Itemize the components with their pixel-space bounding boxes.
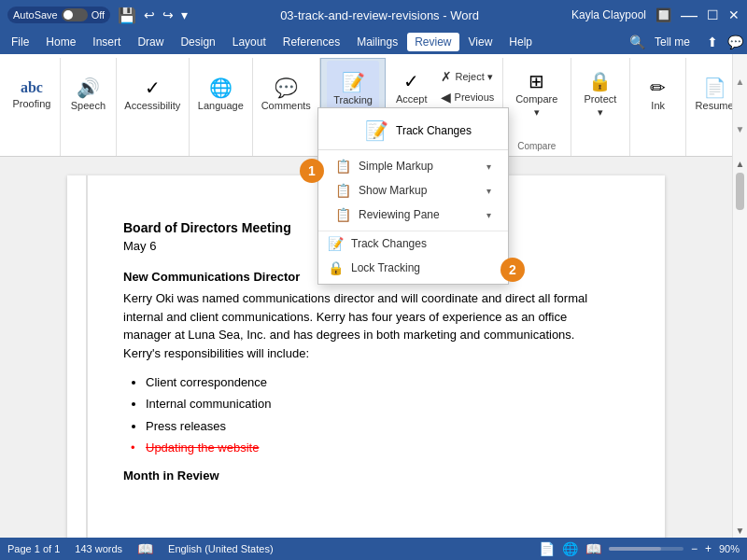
- maximize-icon[interactable]: ☐: [707, 7, 719, 22]
- month-review-heading: Month in Review: [123, 469, 609, 483]
- protect-icon: 🔒: [588, 72, 612, 91]
- protect-button[interactable]: 🔒 Protect ▾: [577, 60, 624, 131]
- menu-draw[interactable]: Draw: [130, 33, 171, 51]
- language-button[interactable]: 🌐 Language: [192, 60, 249, 131]
- scrollbar-thumb[interactable]: [736, 173, 744, 210]
- callout-badge-1: 1: [300, 159, 324, 183]
- accept-icon: ✓: [403, 72, 419, 91]
- zoom-slider[interactable]: [609, 547, 684, 551]
- menu-file[interactable]: File: [4, 33, 36, 51]
- lock-tracking-label: Lock Tracking: [351, 261, 420, 274]
- reviewing-pane-item[interactable]: 📋 Reviewing Pane ▾: [326, 203, 500, 227]
- view-web-icon[interactable]: 🌐: [562, 541, 578, 556]
- word-count: 143 words: [75, 543, 122, 554]
- redo-icon[interactable]: ↪: [162, 7, 174, 22]
- speech-content: 🔊 Speech: [65, 60, 111, 151]
- compare-icon: ⊞: [529, 72, 544, 91]
- track-changes-icon: 📝: [365, 119, 388, 142]
- scroll-up-arrow[interactable]: ▲: [733, 157, 747, 169]
- autosave-toggle-btn[interactable]: [62, 8, 88, 21]
- ribbon-group-ink: ✏ Ink: [630, 58, 686, 156]
- track-changes-btn-label[interactable]: Track Changes: [396, 124, 472, 137]
- paragraph-1: Kerry Oki was named communications direc…: [123, 289, 609, 362]
- restore-icon[interactable]: 🔲: [655, 7, 671, 22]
- accessibility-button[interactable]: ✓ Accessibility: [119, 60, 186, 131]
- show-markup-item[interactable]: 📋 Show Markup ▾: [326, 178, 500, 203]
- ribbon-group-language: 🌐 Language: [190, 58, 253, 156]
- ribbon-group-compare: ⊞ Compare ▾ Compare: [503, 58, 571, 156]
- tracking-dropdown: 1 📝 Track Changes 📋 Simple Markup ▾ 📋 Sh…: [317, 107, 509, 285]
- proofing-label: Proofing: [12, 98, 50, 110]
- compare-content: ⊞ Compare ▾: [509, 60, 565, 141]
- ink-icon: ✏: [650, 78, 666, 97]
- close-icon[interactable]: ✕: [728, 7, 740, 22]
- view-print-icon[interactable]: 📄: [539, 541, 555, 556]
- title-bar-right: Kayla Claypool 🔲 — ☐ ✕: [571, 7, 740, 23]
- undo-icon[interactable]: ↩: [144, 7, 155, 22]
- markup-section: 📋 Simple Markup ▾ 📋 Show Markup ▾ 📋 Revi…: [318, 150, 508, 231]
- protect-label: Protect ▾: [583, 93, 618, 118]
- show-markup-icon: 📋: [335, 183, 351, 198]
- menu-insert[interactable]: Insert: [85, 33, 128, 51]
- bullet-list: Client correspondence Internal communica…: [146, 371, 609, 459]
- lock-tracking-item[interactable]: 🔒 Lock Tracking: [318, 256, 508, 280]
- comments-label: Comments: [261, 100, 311, 112]
- menu-references[interactable]: References: [275, 33, 347, 51]
- save-icon[interactable]: 💾: [118, 7, 136, 24]
- zoom-out-icon[interactable]: −: [691, 542, 698, 555]
- customize-icon[interactable]: ▾: [181, 7, 188, 22]
- previous-label: Previous: [455, 91, 495, 103]
- reject-button[interactable]: ✗ Reject ▾: [437, 67, 499, 86]
- tracking-icon: 📝: [342, 73, 365, 91]
- language-label: Language: [198, 100, 244, 112]
- menu-review[interactable]: Review: [407, 33, 458, 51]
- speech-label: Speech: [71, 100, 106, 112]
- comments-button[interactable]: 💬 Comments: [256, 60, 317, 131]
- speech-button[interactable]: 🔊 Speech: [65, 60, 111, 131]
- autosave-toggle[interactable]: AutoSave Off: [7, 7, 110, 23]
- menu-mailings[interactable]: Mailings: [349, 33, 405, 51]
- comment-menu-icon[interactable]: 💬: [727, 35, 743, 49]
- view-read-icon[interactable]: 📖: [585, 541, 601, 556]
- menu-design[interactable]: Design: [173, 33, 222, 51]
- menu-layout[interactable]: Layout: [225, 33, 274, 51]
- track-changes-bottom-item[interactable]: 📝 Track Changes: [318, 231, 508, 256]
- show-markup-arrow: ▾: [486, 186, 491, 196]
- bullet-item-1: Client correspondence: [146, 371, 609, 393]
- menu-view[interactable]: View: [461, 33, 500, 51]
- search-icon[interactable]: 🔍: [629, 35, 645, 49]
- ribbon-group-protect: 🔒 Protect ▾: [571, 58, 630, 156]
- minimize-icon[interactable]: —: [681, 7, 698, 23]
- resume-label: Resume: [696, 100, 734, 112]
- status-bar: Page 1 of 1 143 words 📖 English (United …: [0, 538, 747, 560]
- simple-markup-item[interactable]: 📋 Simple Markup ▾: [326, 154, 500, 178]
- bullet-item-2: Internal communication: [146, 393, 609, 414]
- proofing-button[interactable]: abc Proofing: [7, 60, 56, 131]
- ribbon-scrollbar[interactable]: ▲ ▼: [732, 54, 747, 157]
- reject-label: Reject ▾: [456, 71, 493, 83]
- track-changes-bottom-label: Track Changes: [351, 237, 427, 250]
- share-icon[interactable]: ⬆: [707, 35, 718, 49]
- accessibility-label: Accessibility: [124, 100, 180, 112]
- track-changes-section: 📝 Track Changes: [318, 112, 508, 150]
- zoom-in-icon[interactable]: +: [705, 542, 712, 555]
- proofing-content: abc Proofing: [7, 60, 56, 151]
- previous-button[interactable]: ◀ Previous: [437, 88, 499, 106]
- compare-group-label: Compare: [517, 141, 556, 154]
- language-label: English (United States): [168, 543, 274, 554]
- vertical-scrollbar[interactable]: ▲ ▼: [732, 157, 747, 538]
- autosave-state: Off: [92, 9, 105, 21]
- title-bar: AutoSave Off 💾 ↩ ↪ ▾ 03-track-and-review…: [0, 0, 747, 30]
- menu-home[interactable]: Home: [38, 33, 83, 51]
- scroll-down-arrow[interactable]: ▼: [733, 525, 747, 538]
- menu-bar: File Home Insert Draw Design Layout Refe…: [0, 30, 747, 54]
- compare-button[interactable]: ⊞ Compare ▾: [509, 60, 565, 131]
- zoom-level: 90%: [719, 543, 740, 554]
- status-bar-right: 📄 🌐 📖 − + 90%: [539, 541, 740, 556]
- menu-help[interactable]: Help: [501, 33, 540, 51]
- comments-icon: 💬: [275, 78, 298, 97]
- ink-button[interactable]: ✏ Ink: [636, 60, 681, 131]
- ink-label: Ink: [651, 100, 665, 112]
- resume-icon: 📄: [703, 78, 726, 97]
- tell-me[interactable]: Tell me: [647, 33, 698, 51]
